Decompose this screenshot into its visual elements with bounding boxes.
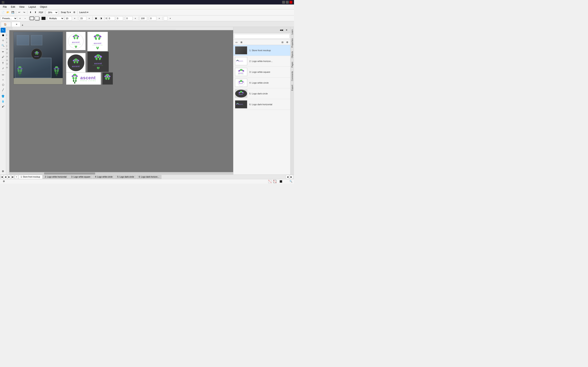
settings-button[interactable]: ⚙ (72, 10, 77, 15)
open-button[interactable]: 📂 (6, 10, 10, 15)
page-nav-first[interactable]: |◀ (0, 175, 4, 179)
pages-view-options[interactable]: ⊟ (280, 40, 285, 44)
page-tab-1[interactable]: 1: Store front mockup (18, 175, 43, 179)
page-item-2[interactable]: ascent FRESH LIVING 2: Logo white-horizo… (233, 56, 290, 67)
page-tab-4[interactable]: 4: Logo white-circle (93, 175, 115, 179)
properties-tab-button[interactable]: Properties (291, 37, 294, 49)
feather-shape-button[interactable]: ▣ (94, 16, 98, 21)
pages-close[interactable]: ✕ (284, 28, 289, 32)
freehand-tool-button[interactable]: ✏ (1, 49, 6, 54)
paint-tool-button[interactable]: 🖌 (1, 104, 6, 109)
crop-tool-button[interactable]: ⊹ (1, 38, 6, 43)
ellipse-tool-button[interactable]: ○ (1, 77, 6, 82)
line-tool-button[interactable]: ╱ (1, 87, 6, 92)
menu-layout[interactable]: Layout (26, 5, 38, 9)
feather-add-button[interactable]: + (87, 16, 91, 21)
zoom-select[interactable]: 28% 50% 100% (46, 10, 58, 15)
angle-x-input[interactable] (108, 16, 115, 20)
menu-file[interactable]: File (1, 5, 9, 9)
pages-settings[interactable]: ⚙ (285, 40, 290, 44)
pages-tab-button[interactable]: Pages (291, 60, 294, 69)
tab-close-icon[interactable]: ✕ (16, 23, 17, 25)
add-preset-button[interactable]: + (18, 16, 22, 21)
page-item-4[interactable]: ascent 4: Logo white-circle (233, 77, 290, 88)
clear-shadow-button[interactable] (164, 16, 167, 20)
menu-edit[interactable]: Edit (9, 5, 17, 9)
page-tab-6[interactable]: 6: Logo dark-horizon... (137, 175, 162, 179)
page-nav-last[interactable]: ▶| (11, 175, 15, 179)
shadow-color-swatch[interactable] (42, 17, 45, 20)
page-item-5[interactable]: ascent 5: Logo dark-circle (233, 88, 290, 99)
page-scroll-left[interactable]: ◀ (286, 175, 290, 179)
feather-input[interactable] (79, 16, 86, 20)
angle-y-input[interactable] (116, 16, 123, 20)
maximize-button[interactable] (286, 1, 289, 4)
canvas-area[interactable]: ascent (9, 30, 233, 175)
page-add[interactable]: + (15, 175, 18, 179)
page-tabs-bar: |◀ ◀ ▶ ▶| + 1: Store front mockup 2: Log… (0, 175, 294, 179)
export-tab-button[interactable]: Export (291, 83, 294, 92)
page-item-3[interactable]: ascent FRESH LIVING 3: Logo white-square (233, 67, 290, 77)
import-button[interactable]: ⬇ (28, 10, 33, 15)
polygon-tool-button[interactable]: ⬡ (1, 82, 6, 87)
stretch-input[interactable] (149, 16, 156, 20)
hscroll-thumb[interactable] (44, 173, 95, 175)
shadow-style2-button[interactable] (35, 17, 39, 20)
distance-add-button[interactable]: + (133, 16, 138, 21)
shape-tool-button[interactable]: ⬟ (1, 33, 6, 38)
statusbar-settings[interactable]: ⚙ (2, 179, 6, 184)
feather-dir-button[interactable]: ◑ (99, 16, 103, 21)
stretch-add-button[interactable]: + (157, 16, 162, 21)
save-button[interactable]: 💾 (11, 10, 15, 15)
page-label-2: 2: Logo white-horizon... (249, 60, 273, 62)
shadow-style1-button[interactable] (30, 17, 34, 20)
rect-tool-button[interactable]: ▭ (1, 72, 6, 77)
presets-select[interactable]: Presets... (1, 16, 17, 20)
page-item-6[interactable]: ascent FRESH LIVING 6: Logo dark-horizon… (233, 99, 290, 110)
add-effect-button[interactable]: + (168, 16, 173, 21)
objects-tab-button[interactable]: Objects (291, 50, 294, 60)
pages-view-grid[interactable]: ⊞ (239, 40, 243, 44)
canvas-hscrollbar[interactable] (9, 172, 233, 175)
opacity-add-button[interactable]: + (72, 16, 77, 21)
page-item-1[interactable]: 1: Store front mockup (233, 45, 290, 56)
new-button[interactable]: 📄 (1, 10, 5, 15)
redo-button[interactable]: ↪ (22, 10, 26, 15)
opacity-input[interactable] (65, 16, 72, 20)
page-tab-2[interactable]: 2: Logo white-horizontal (43, 175, 69, 179)
menu-view[interactable]: View (17, 5, 26, 9)
page-nav-prev[interactable]: ◀ (4, 175, 7, 179)
undo-button[interactable]: ↩ (17, 10, 21, 15)
fill-tool-button[interactable]: 🪣 (1, 94, 6, 99)
pdf-button[interactable]: PDF (38, 10, 44, 15)
dropper-tool-button[interactable]: 💧 (1, 99, 6, 104)
distance-input[interactable] (125, 16, 132, 20)
snap-to-button[interactable]: Snap To ▾ (60, 10, 72, 15)
close-button[interactable] (290, 1, 292, 4)
comments-tab-button[interactable]: Comments (291, 69, 294, 83)
page-tab-5[interactable]: 5: Logo dark-circle (115, 175, 136, 179)
export-button[interactable]: ⬆ (33, 10, 38, 15)
learn-tab-button[interactable]: Learn (291, 28, 294, 36)
launch-button[interactable]: Launch ▾ (78, 10, 89, 15)
text-tool-button[interactable]: T (1, 61, 6, 66)
pages-search-input[interactable] (234, 34, 290, 39)
page-tab-3[interactable]: 3: Logo white-square (69, 175, 93, 179)
pages-view-single[interactable]: ▭ (234, 40, 239, 44)
tab-document[interactable]: ✕ (11, 22, 20, 27)
minimize-button[interactable] (282, 1, 285, 4)
parallel-tool-button[interactable]: ⫽ (1, 66, 6, 71)
pen-tool-button[interactable]: 🖊 (1, 54, 6, 59)
page-nav-next[interactable]: ▶ (7, 175, 11, 179)
add-tab-button[interactable]: + (22, 24, 23, 27)
fade-input[interactable] (140, 16, 147, 20)
zoom-tool-button[interactable]: 🔍 (1, 43, 6, 48)
settings-tool-button[interactable]: ⚙ (1, 169, 6, 174)
blend-mode-select[interactable]: Multiply (48, 16, 64, 20)
tab-welcome[interactable]: 🏠 (1, 22, 11, 27)
menu-object[interactable]: Object (38, 5, 49, 9)
page-scroll-right[interactable]: ▶ (290, 175, 293, 179)
pages-nav-prev[interactable]: ◀◀ (279, 28, 284, 32)
remove-preset-button[interactable]: − (23, 16, 27, 21)
select-tool-button[interactable]: ↖ (1, 28, 6, 33)
